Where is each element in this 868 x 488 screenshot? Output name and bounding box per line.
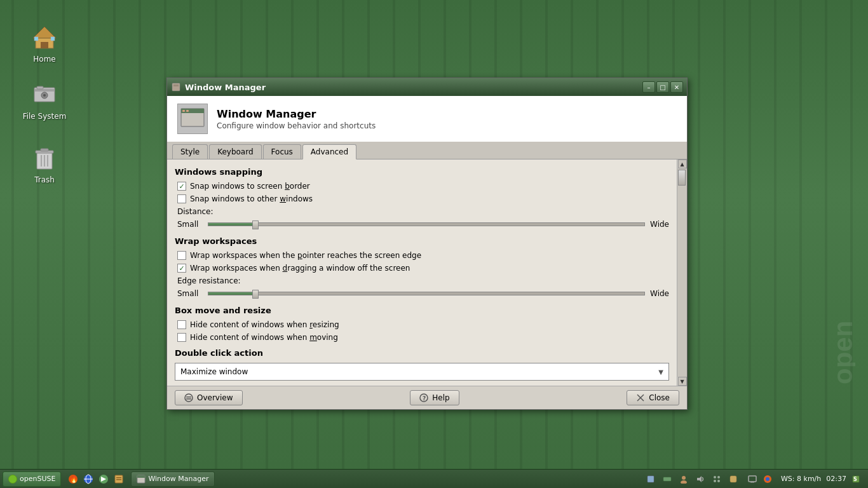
tray-network-icon[interactable]	[660, 472, 674, 486]
titlebar-icon	[171, 82, 181, 92]
tray-icon-extra[interactable]	[726, 472, 740, 486]
distance-slider-thumb[interactable]	[252, 220, 259, 229]
svg-marker-46	[697, 476, 702, 482]
desktop-icon-filesystem[interactable]: File System	[19, 76, 70, 123]
taskbar-app-icons: 🔥	[64, 472, 128, 486]
svg-rect-42	[648, 476, 654, 482]
edge-slider-thumb[interactable]	[252, 290, 259, 299]
svg-rect-24	[186, 398, 191, 400]
svg-text:S: S	[853, 477, 857, 482]
svg-rect-41	[137, 475, 145, 478]
window-header: Window Manager Configure window behavior…	[167, 96, 687, 142]
overview-icon	[184, 393, 193, 402]
wrap-drag-label: Wrap workspaces when dragging a window o…	[190, 264, 410, 273]
close-button[interactable]: Close	[627, 390, 679, 405]
tray-last-icon[interactable]: S	[849, 472, 863, 486]
wrap-drag-row: ✓ Wrap workspaces when dragging a window…	[175, 264, 669, 273]
tab-style[interactable]: Style	[172, 144, 208, 159]
edge-slider-fill	[208, 292, 256, 295]
help-icon: ?	[419, 393, 428, 402]
help-button[interactable]: ? Help	[410, 390, 459, 405]
tab-keyboard[interactable]: Keyboard	[209, 144, 261, 159]
hide-resize-label: Hide content of windows when resizing	[190, 320, 339, 329]
overview-label: Overview	[197, 393, 233, 402]
desktop-icon-home[interactable]: Home	[19, 19, 70, 66]
wrap-drag-checkbox[interactable]: ✓	[177, 264, 186, 273]
taskbar-globe-icon[interactable]	[81, 472, 95, 486]
svg-rect-43	[663, 477, 671, 481]
double-click-dropdown[interactable]: Maximize window ▼	[175, 363, 669, 381]
tab-advanced[interactable]: Advanced	[302, 144, 356, 159]
svg-rect-21	[186, 110, 189, 112]
edge-slider[interactable]	[208, 292, 645, 295]
window-footer: Overview ? Help Close	[167, 386, 687, 409]
svg-rect-53	[750, 482, 754, 483]
start-button[interactable]: openSUSE	[3, 471, 61, 487]
svg-rect-12	[41, 149, 48, 151]
filesystem-icon	[29, 79, 60, 109]
taskbar-right: WS: 8 km/h 02:37 S	[639, 472, 868, 486]
svg-rect-39	[116, 479, 121, 480]
taskbar-files-icon[interactable]	[112, 472, 126, 486]
tray-extra-icons	[745, 472, 775, 486]
tab-focus[interactable]: Focus	[263, 144, 301, 159]
scrollbar-thumb[interactable]	[678, 170, 686, 186]
window-titlebar[interactable]: Window Manager – □ ✕	[167, 78, 687, 96]
close-footer-icon	[636, 393, 645, 402]
tray-user-icon[interactable]	[677, 472, 691, 486]
svg-text:openSUSE: openSUSE	[828, 321, 856, 384]
svg-rect-17	[173, 85, 179, 86]
taskbar-fire-icon[interactable]: 🔥	[66, 472, 80, 486]
svg-rect-38	[116, 477, 121, 478]
wm-taskbar-icon	[137, 475, 146, 484]
tray-volume-icon[interactable]	[693, 472, 707, 486]
taskbar-left: openSUSE	[0, 471, 64, 487]
taskbar-arrow-icon[interactable]	[97, 472, 111, 486]
hide-resize-row: Hide content of windows when resizing	[175, 320, 669, 329]
svg-point-47	[714, 476, 716, 478]
snap-windows-checkbox[interactable]	[177, 194, 186, 203]
snap-border-label: Snap windows to screen border	[190, 182, 310, 191]
tray-icon-1[interactable]	[644, 472, 658, 486]
window-title: Window Manager	[185, 83, 639, 92]
window-manager-taskbar-label: Window Manager	[148, 475, 208, 483]
close-button[interactable]: ✕	[670, 81, 683, 93]
wm-header-icon	[177, 104, 208, 134]
desktop-icon-trash[interactable]: Trash	[19, 140, 70, 187]
wrap-pointer-checkbox[interactable]	[177, 251, 186, 260]
hide-move-checkbox[interactable]	[177, 333, 186, 342]
section-wrap-workspaces: Wrap workspaces	[175, 236, 669, 246]
maximize-button[interactable]: □	[656, 81, 669, 93]
trash-icon	[29, 142, 60, 173]
overview-button[interactable]: Overview	[175, 390, 243, 405]
svg-rect-3	[34, 37, 38, 41]
svg-point-45	[681, 480, 687, 484]
tray-icon-apps[interactable]	[710, 472, 724, 486]
wm-header-title: Window Manager	[217, 108, 376, 120]
svg-rect-52	[749, 476, 756, 482]
hide-move-row: Hide content of windows when moving	[175, 333, 669, 342]
help-label: Help	[432, 393, 449, 402]
start-label: openSUSE	[20, 475, 55, 483]
window-manager-button[interactable]: Window Manager	[131, 471, 214, 487]
hide-resize-checkbox[interactable]	[177, 320, 186, 329]
svg-rect-2	[41, 42, 48, 48]
svg-point-49	[714, 480, 716, 482]
tray-firefox-icon[interactable]	[761, 472, 775, 486]
content-inner: Windows snapping ✓ Snap windows to scree…	[167, 159, 677, 386]
tray-screen-icon[interactable]	[745, 472, 759, 486]
svg-point-50	[717, 480, 720, 482]
svg-point-44	[682, 476, 686, 480]
close-label: Close	[649, 393, 670, 402]
scrollbar-down-button[interactable]: ▼	[678, 377, 687, 386]
window-content-area: Windows snapping ✓ Snap windows to scree…	[167, 159, 687, 386]
svg-rect-16	[172, 83, 180, 91]
svg-text:?: ?	[423, 395, 426, 402]
minimize-button[interactable]: –	[642, 81, 655, 93]
snap-border-row: ✓ Snap windows to screen border	[175, 182, 669, 191]
scrollbar-up-button[interactable]: ▲	[678, 159, 687, 168]
scrollbar-track	[677, 168, 687, 377]
distance-slider[interactable]	[208, 222, 645, 226]
svg-rect-4	[51, 37, 55, 41]
snap-border-checkbox[interactable]: ✓	[177, 182, 186, 191]
